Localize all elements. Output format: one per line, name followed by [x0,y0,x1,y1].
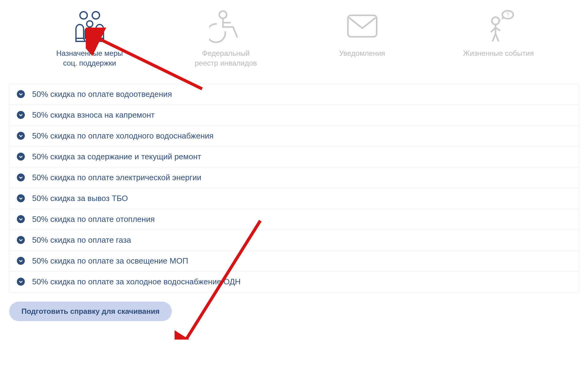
wheelchair-icon [209,9,243,43]
tab-label-line1: Жизненные события [463,48,534,58]
list-item[interactable]: 50% скидка по оплате за холодное водосна… [9,272,579,292]
page-root: Назначенные меры соц. поддержки Федераль… [9,6,579,321]
list-item[interactable]: 50% скидка по оплате электрической энерг… [9,167,579,188]
chevron-down-icon [17,257,25,265]
tab-social-support[interactable]: Назначенные меры соц. поддержки [28,9,152,68]
chevron-down-icon [17,153,25,161]
chevron-down-icon [17,278,25,286]
tab-life-events[interactable]: ? Жизненные события [436,9,560,58]
discount-label: 50% скидка по оплате за освещение МОП [32,256,188,266]
discount-label: 50% скидка по оплате газа [32,235,131,245]
chevron-down-icon [17,132,25,140]
list-item[interactable]: 50% скидка взноса на капремонт [9,105,579,126]
svg-rect-4 [348,15,377,37]
chevron-down-icon [17,111,25,119]
svg-point-5 [492,17,499,25]
tab-notifications[interactable]: Уведомления [300,9,424,58]
top-tabs: Назначенные меры соц. поддержки Федераль… [9,6,579,81]
list-item[interactable]: 50% скидка по оплате водоотведения [9,84,579,105]
chevron-down-icon [17,236,25,244]
chevron-down-icon [17,215,25,223]
svg-point-8 [502,17,503,19]
chevron-down-icon [17,173,25,181]
discount-label: 50% скидка по оплате холодного водоснабж… [32,131,213,141]
discount-label: 50% скидка взноса на капремонт [32,110,155,120]
tab-label-line1: Назначенные меры [56,48,123,58]
discount-list: 50% скидка по оплате водоотведения 50% с… [9,84,579,292]
chevron-down-icon [17,90,25,98]
list-item[interactable]: 50% скидка по оплате холодного водоснабж… [9,126,579,146]
svg-point-3 [219,11,227,18]
list-item[interactable]: 50% скидка по оплате отопления [9,209,579,230]
chevron-down-icon [17,194,25,202]
list-item[interactable]: 50% скидка по оплате за освещение МОП [9,251,579,272]
svg-point-1 [92,12,100,19]
list-item[interactable]: 50% скидка по оплате газа [9,230,579,251]
tab-disabled-registry[interactable]: Федеральный реестр инвалидов [164,9,288,68]
envelope-icon [345,9,379,43]
discount-label: 50% скидка по оплате водоотведения [32,89,172,99]
tab-label-line1: Федеральный [202,48,250,58]
discount-label: 50% скидка по оплате электрической энерг… [32,173,201,182]
thinking-person-icon: ? [482,9,515,43]
tab-label-line2: реестр инвалидов [195,58,257,68]
tab-label-line1: Уведомления [339,48,385,58]
list-item[interactable]: 50% скидка за вывоз ТБО [9,188,579,209]
svg-point-2 [87,21,93,27]
family-hands-icon [71,9,108,43]
svg-point-9 [499,20,501,21]
list-item[interactable]: 50% скидка за содержание и текущий ремон… [9,146,579,167]
svg-text:?: ? [506,12,509,18]
discount-label: 50% скидка за вывоз ТБО [32,194,128,203]
svg-point-0 [80,12,87,19]
discount-label: 50% скидка за содержание и текущий ремон… [32,152,201,162]
discount-label: 50% скидка по оплате за холодное водосна… [32,277,241,287]
tab-label-line2: соц. поддержки [63,58,116,68]
discount-label: 50% скидка по оплате отопления [32,215,155,224]
prepare-download-button[interactable]: Подготовить справку для скачивания [9,302,172,321]
